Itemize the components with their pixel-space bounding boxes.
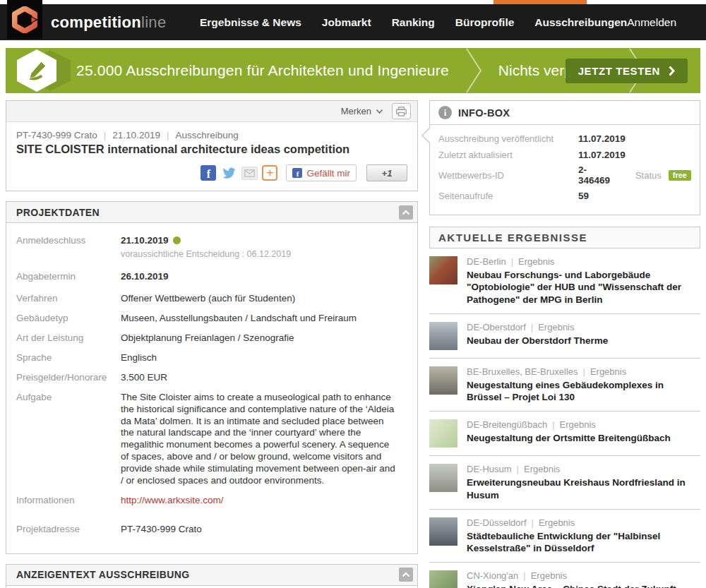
aktuelle-ergebnisse: AKTUELLE ERGEBNISSE DE-Berlin|Ergebnis N… [429,227,700,588]
field-value: 26.10.2019 [121,271,169,283]
facebook-share-icon[interactable]: f [201,165,216,181]
brand-light: line [141,13,166,32]
info-value: 11.07.2019 [578,133,626,144]
active-tab-indicator [493,0,587,4]
nav-item-ranking[interactable]: Ranking [392,16,435,29]
result-title: Xiong'an New Area – Chinas Stadt der Zuk… [467,583,699,588]
field-label: Projektadresse [16,524,121,536]
result-tag: Ergebnis [560,419,596,430]
field-projektadresse: Projektadresse PT-7430-999 Crato [16,524,407,536]
field-value: Objektplanung Freianlagen / Szenografie [121,332,294,344]
status-badge: free [669,170,691,181]
section-title: ANZEIGENTEXT AUSSCHREIBUNG [16,569,190,580]
result-item[interactable]: CN-Xiong'an|Ergebnis Xiong'an New Area –… [429,563,700,588]
field-label: Informationen [16,495,121,507]
printer-icon [396,107,407,116]
share-more-icon[interactable]: + [262,165,277,181]
twitter-share-icon[interactable] [220,165,237,181]
result-title: Neugestaltung der Ortsmitte Breitengüßba… [467,432,671,444]
field-label: Art der Leistung [16,332,121,344]
jetzt-testen-button[interactable]: JETZT TESTEN [566,59,688,83]
merken-dropdown[interactable]: Merken [341,106,383,116]
result-location: DE-Oberstdorf [467,322,526,332]
field-value: Offener Wettbewerb (auch für Studenten) [121,293,295,305]
info-row-wettbewerbs-id: Wettbewerbs-ID 2-346469 Status free [438,164,691,186]
info-icon: i [438,106,452,119]
result-item[interactable]: DE-Düsseldorf|Ergebnis Städtebauliche En… [429,510,700,563]
info-label: Seitenaufrufe [438,191,578,201]
field-value: 3.500 EUR [121,372,167,384]
brand-wordmark[interactable]: competitionline [51,4,166,40]
merken-label: Merken [341,106,371,116]
info-row-veroeffentlicht: Ausschreibung veröffentlicht 11.07.2019 [438,132,691,145]
field-subtext: voraussichtliche Entscheidung : 06.12.20… [121,249,291,260]
result-item[interactable]: DE-Breitengüßbach|Ergebnis Neugestaltung… [429,412,700,456]
info-box-title: INFO-BOX [458,107,510,119]
chevron-down-icon [376,109,383,114]
login-link[interactable]: Anmelden [627,16,676,29]
nav-item-jobmarkt[interactable]: Jobmarkt [322,16,371,29]
page-title: SITE CLOISTER international architecture… [16,143,407,156]
result-item[interactable]: DE-Berlin|Ergebnis Neubau Forschungs- un… [429,248,700,314]
field-verfahren: Verfahren Offener Wettbewerb (auch für S… [16,293,407,305]
banner-chevron-icon [465,48,483,93]
field-label: Verfahren [16,293,121,305]
result-thumbnail [429,464,457,492]
field-label: Anmeldeschluss [16,235,121,260]
info-row-seitenaufrufe: Seitenaufrufe 59 [438,189,691,202]
field-label: Gebäudetyp [16,313,121,325]
field-value: Englisch [121,352,157,364]
result-item[interactable]: DE-Husum|Ergebnis Erweiterungsneubau Kre… [429,456,700,510]
email-share-icon[interactable] [241,167,258,180]
result-thumbnail [429,570,457,588]
result-location: DE-Husum [467,464,512,474]
website-link[interactable]: http://www.arkxsite.com/ [121,495,224,507]
deadline-status-dot [173,236,181,244]
ergebnisse-header: AKTUELLE ERGEBNISSE [429,227,700,248]
info-value: 59 [578,191,589,201]
print-button[interactable] [392,103,411,119]
chevron-up-icon [402,572,410,577]
result-item[interactable]: BE-Bruxelles, BE-Bruxelles|Ergebnis Neug… [429,359,700,412]
field-sprache: Sprache Englisch [16,352,407,364]
info-label: Wettbewerbs-ID [438,170,578,181]
facebook-icon: f [292,168,302,178]
field-label: Aufgabe [16,392,121,487]
info-box: i INFO-BOX Ausschreibung veröffentlicht … [429,100,700,215]
deadline-date: 21.10.2019 [112,130,160,140]
facebook-like-button[interactable]: f Gefällt mir [286,164,357,181]
info-value: 11.07.2019 [578,150,626,160]
cta-arrow-icon [669,66,675,76]
nav-item-ausschreibungen[interactable]: Ausschreibungen [534,16,627,29]
field-label: Preisgelder/Honorare [16,372,121,384]
result-location: CN-Xiong'an [467,570,518,581]
logo[interactable] [7,0,42,39]
brand-bold: competition [51,13,141,32]
result-tag: Ergebnis [590,366,626,377]
article-header-card: Merken PT-7430-999 Crato|21.10.2019|Auss… [6,100,418,191]
result-tag: Ergebnis [538,322,574,332]
field-gebaeudetyp: Gebäudetyp Museen, Ausstellungsbauten / … [16,313,407,325]
result-title: Neubau der Oberstdorf Therme [467,335,608,347]
result-tag: Ergebnis [539,517,575,528]
nav-item-bueroprofile[interactable]: Büroprofile [455,16,515,29]
collapse-button[interactable] [399,205,413,220]
field-label: Sprache [16,352,121,364]
article-toolbar: Merken [6,101,417,122]
info-box-header: i INFO-BOX [430,101,700,125]
field-art-der-leistung: Art der Leistung Objektplanung Freianlag… [16,332,407,344]
article-meta: PT-7430-999 Crato|21.10.2019|Ausschreibu… [16,130,407,140]
entry-type: Ausschreibung [175,130,238,140]
result-item[interactable]: DE-Oberstdorf|Ergebnis Neubau der Oberst… [429,314,700,359]
anzeigentext-card: ANZEIGENTEXT AUSSCHREIBUNG Liegt nicht v… [6,564,418,588]
result-location: BE-Bruxelles, BE-Bruxelles [467,366,578,377]
top-navbar: competitionline Ergebnisse & News Jobmar… [0,4,706,40]
collapse-button[interactable] [399,568,413,582]
field-preisgelder: Preisgelder/Honorare 3.500 EUR [16,372,407,384]
field-aufgabe: Aufgabe The Site Cloister aims to create… [16,392,407,487]
google-plusone-button[interactable]: +1 [366,164,407,181]
projektdaten-card: PROJEKTDATEN Anmeldeschluss 21.10.2019 v… [6,201,418,554]
result-location: DE-Breitengüßbach [467,419,547,430]
nav-item-ergebnisse-news[interactable]: Ergebnisse & News [200,16,301,29]
field-value: The Site Cloister aims to create a museo… [121,392,399,487]
